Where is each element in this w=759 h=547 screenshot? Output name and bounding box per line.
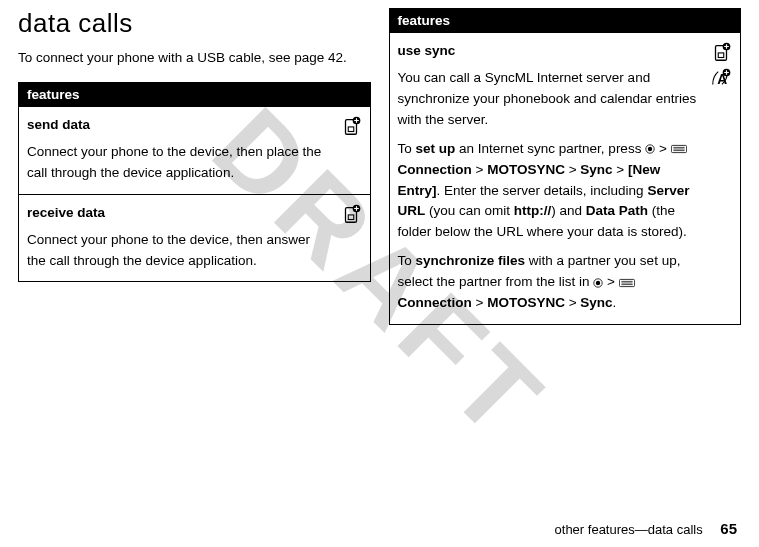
svg-rect-4: [348, 215, 354, 220]
sim-plus-icon: [340, 203, 362, 225]
features-table-right: features A: [389, 8, 742, 325]
text: ) and: [551, 203, 586, 218]
footer-text: other features—data calls: [555, 522, 703, 537]
text: (you can omit: [425, 203, 514, 218]
center-key-icon: [645, 144, 655, 154]
menu-item: MOTOSYNC: [487, 162, 565, 177]
feature-title: send data: [27, 115, 332, 136]
feature-icons: [340, 203, 362, 225]
intro-paragraph: To connect your phone with a USB cable, …: [18, 49, 371, 68]
menu-item: MOTOSYNC: [487, 295, 565, 310]
menu-item: Connection: [398, 162, 472, 177]
sync-bold: synchronize files: [416, 253, 526, 268]
left-column: data calls To connect your phone with a …: [18, 8, 371, 325]
features-table-left: features send data: [18, 82, 371, 283]
feature-body: Connect your phone to the device, then a…: [27, 232, 310, 268]
svg-point-14: [596, 280, 600, 284]
field-name: Data Path: [586, 203, 648, 218]
setup-bold: set up: [416, 141, 456, 156]
sync-paragraph-3: To synchronize files with a partner you …: [398, 251, 703, 314]
table-row: receive data Connect your phone to the d…: [19, 194, 371, 282]
page-title: data calls: [18, 8, 371, 39]
svg-rect-1: [348, 127, 354, 132]
center-key-icon: [593, 278, 603, 288]
svg-point-11: [648, 147, 652, 151]
feature-icons: A: [710, 41, 732, 89]
menu-item: Connection: [398, 295, 472, 310]
menu-key-icon: [671, 144, 687, 154]
page-content: data calls To connect your phone with a …: [0, 0, 759, 325]
sim-plus-icon: [340, 115, 362, 137]
menu-item: Sync: [580, 295, 612, 310]
text: an Internet sync partner, press: [455, 141, 645, 156]
a-plus-icon: A: [710, 67, 732, 89]
menu-key-icon: [619, 278, 635, 288]
field-name: http://: [514, 203, 551, 218]
svg-rect-7: [718, 53, 724, 58]
text: To: [398, 253, 416, 268]
feature-title: use sync: [398, 41, 703, 62]
text: To: [398, 141, 416, 156]
table-row: send data Connect your phone to the devi…: [19, 106, 371, 194]
feature-body: Connect your phone to the device, then p…: [27, 144, 321, 180]
page-footer: other features—data calls 65: [555, 520, 737, 537]
feature-title: receive data: [27, 203, 332, 224]
sim-plus-icon: [710, 41, 732, 63]
feature-icons: [340, 115, 362, 137]
table-header: features: [389, 9, 741, 33]
sync-paragraph-2: To set up an Internet sync partner, pres…: [398, 139, 703, 244]
right-column: features A: [389, 8, 742, 325]
table-header: features: [19, 82, 371, 106]
menu-item: Sync: [580, 162, 612, 177]
sync-paragraph-1: You can call a SyncML Internet server an…: [398, 68, 703, 131]
page-number: 65: [720, 520, 737, 537]
table-row: A use sync You can call a SyncML Interne…: [389, 33, 741, 325]
text: . Enter the server details, including: [437, 183, 648, 198]
